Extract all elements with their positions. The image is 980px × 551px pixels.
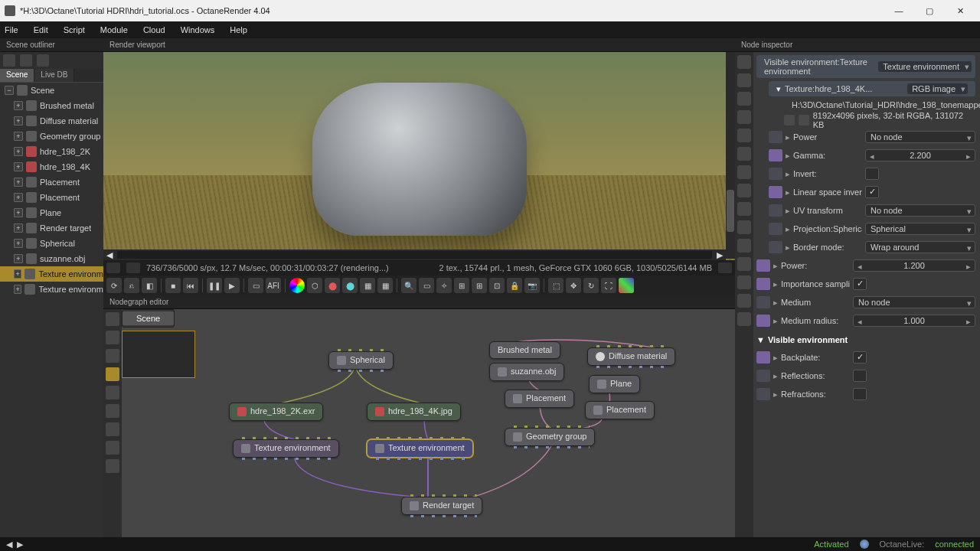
menu-edit[interactable]: Edit: [34, 25, 48, 34]
insp-tool-icon[interactable]: [737, 202, 751, 216]
viewport-scrollbar-h[interactable]: ◀▶: [103, 249, 726, 260]
status-icon[interactable]: [106, 262, 120, 273]
tb-btn[interactable]: ▦: [377, 278, 393, 293]
insp-tool-icon[interactable]: [737, 184, 751, 197]
node-hdri-4k[interactable]: hdre_198_4K.jpg: [367, 403, 461, 421]
tb-btn[interactable]: ⬤: [325, 278, 340, 293]
fullscreen-icon[interactable]: ⛶: [601, 278, 616, 293]
wrench-icon[interactable]: [799, 115, 809, 126]
tree-item[interactable]: +Texture environment: [0, 282, 103, 297]
tb-btn[interactable]: ▭: [248, 278, 263, 293]
node-diffuse[interactable]: Diffuse material: [587, 347, 675, 366]
node-hdri-2k[interactable]: hdre_198_2K.exr: [229, 403, 323, 421]
nodegraph-canvas[interactable]: Scene Spherical hdre_19: [122, 309, 735, 537]
ng-scene-tab[interactable]: Scene: [122, 311, 174, 325]
insp-tool-icon[interactable]: [737, 129, 751, 142]
insp-tool-icon[interactable]: [737, 110, 751, 124]
zoom-icon[interactable]: 🔍: [401, 278, 416, 293]
menu-cloud[interactable]: Cloud: [143, 25, 165, 34]
tree-item[interactable]: +Placement: [0, 174, 103, 190]
tb-btn[interactable]: 📷: [524, 278, 540, 293]
insp-tool-icon[interactable]: [737, 239, 751, 253]
ng-tool-icon[interactable]: [106, 422, 119, 436]
outliner-tool-icon[interactable]: [37, 54, 49, 67]
tree-item[interactable]: +suzanne.obj: [0, 251, 103, 266]
pause-button[interactable]: ❚❚: [207, 278, 222, 293]
insp-tool-icon[interactable]: [737, 165, 751, 179]
tb-btn[interactable]: ⊡: [489, 278, 505, 293]
ng-tool-icon[interactable]: [106, 349, 119, 363]
render-viewport[interactable]: ◀▶ 736/736/5000 s/px, 12.7 Ms/sec, 00:00…: [103, 52, 735, 276]
tree-item[interactable]: +Spherical: [0, 236, 103, 251]
node-texenv-2[interactable]: Texture environment: [367, 439, 473, 458]
menu-windows[interactable]: Windows: [181, 25, 215, 34]
node-suzanne[interactable]: suzanne.obj: [489, 363, 564, 381]
insp-tool-icon[interactable]: [737, 276, 751, 289]
tree-item[interactable]: +Render target: [0, 220, 103, 236]
status-icon[interactable]: [718, 262, 732, 273]
outliner-tool-icon[interactable]: [3, 54, 15, 67]
insp-tool-icon[interactable]: [737, 294, 751, 308]
move-icon[interactable]: ✥: [566, 278, 581, 293]
tree-item[interactable]: +hdre_198_4K: [0, 159, 103, 174]
color-wheel-icon[interactable]: [289, 278, 305, 293]
inspector-type-combo[interactable]: Texture environment: [878, 61, 972, 72]
nav-right-icon[interactable]: ▶: [17, 540, 23, 549]
tree-item[interactable]: +Plane: [0, 205, 103, 220]
close-button[interactable]: ✕: [945, 0, 975, 21]
visible-environment-header[interactable]: ▼ Visible environment: [756, 332, 975, 347]
tree-item[interactable]: +hdre_198_2K: [0, 144, 103, 159]
menu-file[interactable]: File: [5, 25, 18, 34]
ng-tool-icon[interactable]: [106, 459, 119, 473]
tree-item[interactable]: +Brushed metal: [0, 98, 103, 113]
node-place-2[interactable]: Placement: [585, 401, 655, 419]
insp-tool-icon[interactable]: [737, 55, 751, 69]
node-geometry-group[interactable]: Geometry group: [505, 428, 595, 446]
stop-button[interactable]: ■: [165, 278, 181, 293]
play-button[interactable]: ▶: [224, 278, 240, 293]
node-texenv-1[interactable]: Texture environment: [233, 439, 339, 458]
tb-btn[interactable]: ⎌: [124, 278, 139, 293]
cube-icon[interactable]: ◧: [142, 278, 157, 293]
tb-btn[interactable]: AFI: [266, 278, 281, 293]
tb-btn[interactable]: ▦: [360, 278, 375, 293]
tex-type-combo[interactable]: RGB image: [907, 83, 968, 94]
tb-btn[interactable]: ⟳: [106, 278, 122, 293]
tree-item[interactable]: +Texture environment: [0, 266, 103, 282]
ng-tool-icon[interactable]: [106, 386, 119, 399]
viewport-scrollbar-v[interactable]: [726, 52, 735, 259]
scene-tree[interactable]: −Scene+Brushed metal+Diffuse material+Ge…: [0, 83, 103, 537]
tree-item[interactable]: +Geometry group: [0, 129, 103, 144]
insp-tool-icon[interactable]: [737, 257, 751, 271]
tab-scene[interactable]: Scene: [0, 69, 34, 82]
ng-tool-icon[interactable]: [106, 441, 119, 455]
menu-script[interactable]: Script: [64, 25, 85, 34]
tb-btn[interactable]: ⬤: [342, 278, 358, 293]
tb-btn[interactable]: ▭: [419, 278, 434, 293]
ng-tool-icon[interactable]: [106, 367, 119, 381]
tree-item[interactable]: +Diffuse material: [0, 113, 103, 129]
tb-btn[interactable]: ⊞: [454, 278, 469, 293]
tb-btn[interactable]: ↻: [583, 278, 599, 293]
node-brushed-metal[interactable]: Brushed metal: [489, 341, 560, 359]
minimize-button[interactable]: —: [884, 0, 914, 21]
insp-tool-icon[interactable]: [737, 147, 751, 161]
tb-btn[interactable]: ✧: [436, 278, 452, 293]
node-plane[interactable]: Plane: [589, 375, 640, 393]
ng-tool-icon[interactable]: [106, 312, 119, 326]
outliner-tool-icon[interactable]: [20, 54, 32, 67]
insp-tool-icon[interactable]: [737, 92, 751, 106]
tab-livedb[interactable]: Live DB: [34, 69, 74, 82]
node-render-target[interactable]: Render target: [401, 497, 482, 515]
insp-tool-icon[interactable]: [737, 220, 751, 234]
ng-tool-icon[interactable]: [106, 404, 119, 418]
lock-icon[interactable]: 🔒: [507, 278, 522, 293]
tree-item[interactable]: +Placement: [0, 190, 103, 205]
nodegraph-minimap[interactable]: [122, 331, 195, 378]
status-icon[interactable]: [126, 262, 140, 273]
node-place-1[interactable]: Placement: [505, 390, 574, 408]
maximize-button[interactable]: ▢: [914, 0, 945, 21]
node-spherical[interactable]: Spherical: [328, 351, 394, 370]
tb-btn[interactable]: ⬚: [548, 278, 564, 293]
menu-help[interactable]: Help: [230, 25, 247, 34]
